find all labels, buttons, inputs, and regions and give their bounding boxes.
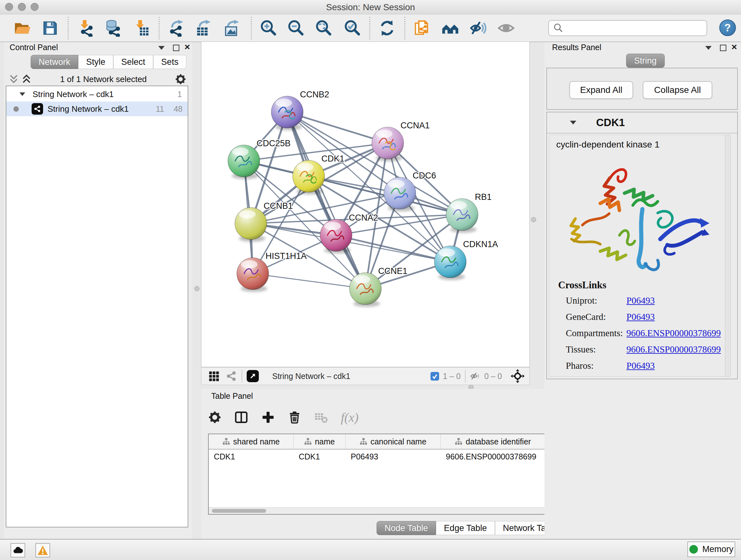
node-label-CDKN1A: CDKN1A xyxy=(463,240,498,249)
cell-name[interactable]: CDK1 xyxy=(293,452,346,461)
collection-count: 1 xyxy=(178,90,182,99)
export-image-button[interactable] xyxy=(223,19,241,37)
window-title: Session: New Session xyxy=(0,2,741,12)
search-field[interactable] xyxy=(548,20,707,36)
zoom-fit-button[interactable] xyxy=(314,19,332,37)
network-canvas[interactable]: CCNB2CCNA1CDC25BCDK1CDC6RB1CCNB1CCNA2CDK… xyxy=(201,42,530,367)
tab-edge-table[interactable]: Edge Table xyxy=(436,521,495,535)
results-panel-float-button[interactable] xyxy=(720,45,726,51)
add-column-icon[interactable] xyxy=(261,410,275,424)
birds-eye-view-button[interactable] xyxy=(247,370,259,382)
search-input[interactable] xyxy=(566,21,706,35)
network-list-header: 1 of 1 Network selected xyxy=(4,73,192,85)
import-network-file-button[interactable] xyxy=(77,19,95,37)
results-panel-close-button[interactable]: × xyxy=(731,42,737,52)
network-row-selected[interactable]: String Network – cdk1 11 48 xyxy=(6,102,188,116)
cell-canonical-name[interactable]: P06493 xyxy=(346,452,441,461)
collapse-protein-icon[interactable] xyxy=(570,121,576,125)
zoom-selected-button[interactable] xyxy=(343,19,361,37)
apply-layout-button[interactable] xyxy=(378,19,396,37)
collapse-all-icon[interactable] xyxy=(8,74,19,84)
crosslink-compartments-link[interactable]: 9606.ENSP00000378699 xyxy=(626,328,721,338)
network-node-CCNB1[interactable]: CCNB1 xyxy=(235,201,293,240)
export-network-button[interactable] xyxy=(167,19,185,37)
left-splitter-handle[interactable] xyxy=(194,286,199,291)
gear-icon[interactable] xyxy=(175,73,186,85)
results-panel-menu-button[interactable] xyxy=(705,46,712,50)
protein-structure-image xyxy=(562,159,715,277)
control-panel-close-button[interactable]: × xyxy=(185,42,190,52)
column-header-database-identifier[interactable]: database identifier xyxy=(441,434,545,449)
node-label-CDC25B: CDC25B xyxy=(257,138,291,148)
node-label-RB1: RB1 xyxy=(475,192,492,202)
expand-all-icon[interactable] xyxy=(21,74,32,84)
crosslink-label-tissues: Tissues: xyxy=(566,344,626,355)
cell-shared-name[interactable]: CDK1 xyxy=(209,452,293,461)
new-network-from-selection-button[interactable] xyxy=(413,19,431,37)
crosslink-tissues-link[interactable]: 9606.ENSP00000378699 xyxy=(626,344,721,355)
table-gear-icon[interactable] xyxy=(208,411,221,424)
protein-header-row[interactable]: CDK1 xyxy=(547,112,737,133)
crosslink-genecard-link[interactable]: P06493 xyxy=(626,312,655,322)
right-splitter-handle[interactable] xyxy=(531,217,536,222)
column-header-canonical-name[interactable]: canonical name xyxy=(346,434,441,449)
column-header-shared-name[interactable]: shared name xyxy=(209,434,293,449)
protein-details: cyclin-dependent kinase 1 xyxy=(549,135,731,377)
results-scrollbar[interactable] xyxy=(725,135,731,376)
warning-button[interactable] xyxy=(36,543,50,557)
crosslink-uniprot-link[interactable]: P06493 xyxy=(626,295,655,306)
tab-string[interactable]: String xyxy=(626,54,665,68)
disclosure-triangle-icon[interactable] xyxy=(19,92,25,96)
crosslink-pharos-link[interactable]: P06493 xyxy=(626,361,655,371)
control-panel-tabs: Network Style Select Sets xyxy=(30,55,186,69)
import-network-database-button[interactable] xyxy=(105,19,122,37)
edge-HIST1H1A-CCNE1[interactable] xyxy=(253,273,365,289)
zoom-in-button[interactable] xyxy=(259,19,277,37)
export-table-button[interactable] xyxy=(194,19,212,37)
network-node-RB1[interactable]: RB1 xyxy=(446,192,492,231)
network-edge-count: 48 xyxy=(174,105,183,114)
control-panel-menu-button[interactable] xyxy=(158,46,165,50)
hidden-eye-slash-icon[interactable] xyxy=(470,371,480,381)
node-label-CDK1: CDK1 xyxy=(321,154,344,164)
search-icon xyxy=(553,23,563,34)
open-folder-icon xyxy=(13,19,30,37)
save-session-button[interactable] xyxy=(41,19,59,37)
hide-glass-ball-button[interactable] xyxy=(469,19,487,37)
tab-style[interactable]: Style xyxy=(78,55,113,69)
cell-database-identifier[interactable]: 9606.ENSP00000378699 xyxy=(441,452,545,461)
network-collection-row[interactable]: String Network – cdk1 1 xyxy=(6,87,188,102)
export-table-icon xyxy=(195,19,212,37)
share-view-icon[interactable] xyxy=(226,370,237,382)
collapse-all-button[interactable]: Collapse All xyxy=(643,81,712,99)
string-home-button[interactable] xyxy=(441,19,459,37)
edge-CCNB2-CCNE1[interactable] xyxy=(287,112,365,289)
cloud-button[interactable] xyxy=(10,543,25,557)
zoom-out-button[interactable] xyxy=(286,19,305,37)
network-node-CCNA1[interactable]: CCNA1 xyxy=(372,121,430,159)
tab-select[interactable]: Select xyxy=(113,55,153,69)
warning-icon xyxy=(37,545,49,556)
column-header-name[interactable]: name xyxy=(293,434,346,449)
network-node-HIST1H1A[interactable]: HIST1H1A xyxy=(237,251,307,290)
tab-node-table[interactable]: Node Table xyxy=(377,521,436,535)
import-table-file-button[interactable] xyxy=(133,19,151,37)
crosshair-icon[interactable] xyxy=(510,369,525,383)
delete-column-icon[interactable] xyxy=(288,411,301,424)
memory-button[interactable]: Memory xyxy=(687,542,735,557)
control-panel-float-button[interactable] xyxy=(173,45,179,51)
protein-description: cyclin-dependent kinase 1 xyxy=(556,139,731,150)
network-node-CDKN1A[interactable]: CDKN1A xyxy=(434,240,498,278)
help-button[interactable]: ? xyxy=(719,19,736,36)
open-session-button[interactable] xyxy=(13,19,30,37)
show-glass-ball-button[interactable] xyxy=(497,19,515,37)
grid-view-icon[interactable] xyxy=(208,371,219,381)
select-columns-icon[interactable] xyxy=(234,410,248,424)
scrollbar-thumb[interactable] xyxy=(212,509,266,513)
toolbar-separator xyxy=(251,17,252,39)
selected-checkbox-icon[interactable] xyxy=(430,372,439,381)
tab-network[interactable]: Network xyxy=(30,55,78,69)
expand-all-button[interactable]: Expand All xyxy=(569,81,633,99)
tab-sets[interactable]: Sets xyxy=(153,55,186,69)
network-node-CDC25B[interactable]: CDC25B xyxy=(228,138,291,177)
